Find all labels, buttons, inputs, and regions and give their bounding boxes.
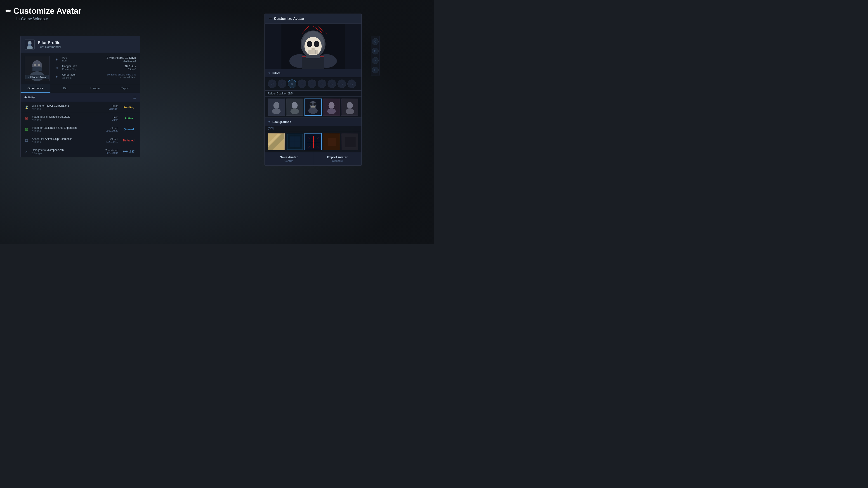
ghost-sidebar: ⬡ ⊞ ↗ ☐ [371,36,380,75]
pencil-icon-small [28,76,29,78]
avatar-option-1[interactable] [268,98,285,116]
bg-option-1[interactable] [268,133,285,150]
primary-label: Primary Ship: [62,68,122,70]
svg-rect-28 [306,55,320,58]
pilot-icon-8[interactable]: ⬡ [347,79,356,88]
activity-main-1: Waiting for Player Corporations [32,104,106,107]
activity-desc-3: Voted for Exploration Ship Expansion CIP… [32,126,103,133]
stat-age-values: 8 Months and 19 Days 2022.02.12 [106,56,136,62]
svg-rect-19 [311,48,315,50]
activity-row-2: ☒ Voted against Citadel Fest 2022 CIP 16… [21,113,140,124]
activity-desc-1: Waiting for Player Corporations CIP 166 [32,104,106,110]
pilot-stats: ◈ Age Born: 8 Months and 19 Days 2022.02… [50,56,136,81]
stat-hangar-labels: Hangar Size Primary Ship: [62,65,122,70]
export-avatar-button[interactable]: Export Avatar Clipboard [313,152,362,165]
timer-icon: ⏳ [24,105,29,110]
avatar-option-5[interactable] [341,98,358,116]
alliance-label: Alliance: [62,76,105,79]
avatar-preview-large [265,24,362,69]
activity-title: Activity [24,96,35,99]
pencil-icon [5,7,11,15]
bg-options-row [265,131,362,152]
pilot-icon-2[interactable]: ☠ [288,79,296,88]
pilot-icon-4[interactable]: ⬡ [308,79,316,88]
svg-rect-40 [311,106,315,107]
customize-pencil-icon [269,17,272,21]
customize-panel-header: Customize Avatar [265,14,362,24]
pilot-name-group: Pilot Profile Fleet Commander [38,40,61,48]
absent-icon: ☐ [24,138,29,143]
bg-option-4[interactable] [323,133,340,150]
pilots-section-title: Pilots [272,71,280,75]
svg-point-30 [273,102,279,109]
svg-rect-61 [328,138,336,146]
avatar-option-2[interactable] [286,98,303,116]
svg-rect-26 [302,57,324,69]
svg-rect-3 [28,44,31,46]
activity-header: Activity ☰ [21,93,140,102]
primary-value: "Soon" [124,68,136,71]
corp-icon: ◈ [54,73,60,79]
tab-report[interactable]: Report [110,84,140,93]
tab-governance[interactable]: Governance [21,84,51,93]
change-avatar-button[interactable]: Change Avatar [26,75,49,79]
stat-corp-values: someone should build this or we will lat… [107,73,136,78]
svg-rect-7 [32,67,41,71]
activity-row-3: ☑ Voted for Exploration Ship Expansion C… [21,124,140,135]
pilot-rank: Fleet Commander [38,45,61,48]
activity-sub-5: 5 Badges [32,152,103,155]
export-avatar-label: Export Avatar [313,156,362,159]
svg-point-8 [34,64,36,66]
pilot-avatar-preview: Change Avatar [25,56,50,81]
hangar-icon: ⊞ [54,65,60,71]
backgrounds-section-header: ▼ Backgrounds [265,118,362,126]
pilot-icon-0[interactable]: ⬡ [268,79,276,88]
tab-hangar[interactable]: Hangar [80,84,110,93]
pilot-icon-7[interactable]: ⬡ [338,79,346,88]
backgrounds-section-title: Backgrounds [272,120,291,124]
stat-age-row: ◈ Age Born: 8 Months and 19 Days 2022.02… [54,56,136,62]
pilot-icon-6[interactable]: ⬡ [328,79,336,88]
vote-against-icon: ☒ [24,116,29,121]
avatar-option-3[interactable] [305,98,321,116]
age-born-label: Born: [62,59,104,62]
tab-bio[interactable]: Bio [51,84,80,93]
activity-row-1: ⏳ Waiting for Player Corporations CIP 16… [21,102,140,113]
stat-corp-labels: Corporation Alliance: [62,73,105,79]
activity-row-5: ↗ Delegate to Micropeen.eth 5 Badges Tra… [21,146,140,157]
page-title: Customize Avatar [5,6,81,16]
badge-queued-3: Queued [121,127,137,131]
svg-point-39 [313,103,316,105]
pilots-section-header: ▼ Pilots [265,69,362,77]
badge-transferred-5: 0x0...327 [121,150,137,154]
panel-footer: Save Avatar Confirm Export Avatar Clipbo… [265,152,362,165]
pilot-icons-row: ⬡ ⬡ ☠ ⬡ ⬡ ⬡ ⬡ ⬡ ⬡ [265,77,362,91]
avatar-option-4[interactable] [323,98,340,116]
svg-point-33 [292,102,298,109]
activity-desc-4: Absent for Anime Ship Cosmetics CIP 163 [32,137,103,144]
pilot-icon-1[interactable]: ⬡ [278,79,286,88]
customize-panel-title: Customize Avatar [274,17,304,21]
stat-hangar-values: 28 Ships "Soon" [124,65,136,71]
customize-avatar-panel: Customize Avatar [265,13,362,166]
pilot-icon-5[interactable]: ⬡ [318,79,326,88]
activity-row-4: ☐ Absent for Anime Ship Cosmetics CIP 16… [21,135,140,146]
activity-time-3: Closed 2022.10.28 [106,127,118,132]
backgrounds-arrow-icon: ▼ [268,121,271,124]
svg-point-18 [314,41,319,47]
activity-main-3: Voted for Exploration Ship Expansion [32,126,103,129]
activity-menu-icon[interactable]: ☰ [133,95,136,99]
pilot-icon-3[interactable]: ⬡ [298,79,306,88]
save-avatar-button[interactable]: Save Avatar Confirm [265,152,313,165]
ghost-icon-4: ☐ [372,67,379,73]
ghost-icon-2: ⊞ [372,48,379,55]
export-avatar-sub: Clipboard [313,160,362,162]
bg-option-2[interactable] [286,133,303,150]
ghost-icon-3: ↗ [372,57,379,64]
activity-sub-1: CIP 166 [32,108,106,110]
pilot-avatar-svg [25,39,34,50]
bg-option-3[interactable] [305,133,321,150]
bg-option-5[interactable] [341,133,358,150]
activity-time-1: Starts 13h 55m [108,105,118,110]
stat-hangar-row: ⊞ Hangar Size Primary Ship: 28 Ships "So… [54,65,136,71]
